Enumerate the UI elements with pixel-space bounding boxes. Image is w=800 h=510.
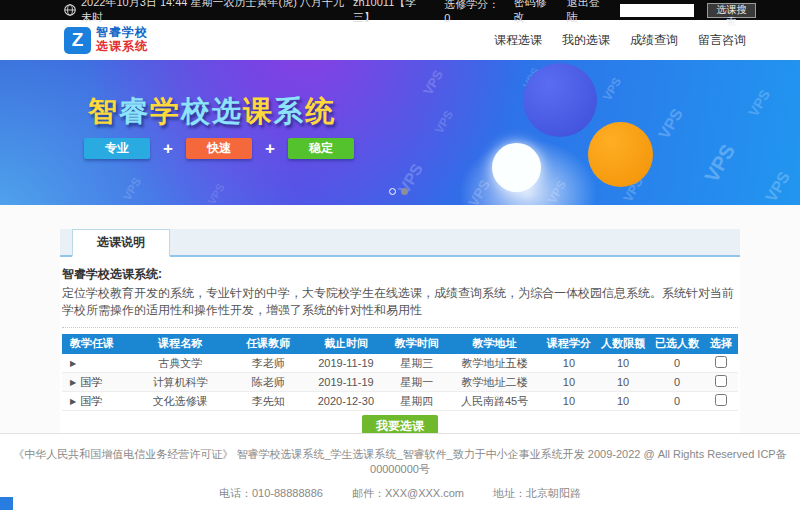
row-checkbox[interactable] (715, 375, 727, 387)
main-section: 选课说明 智睿学校选课系统: 定位学校教育开发的系统，专业针对的中学，大专院校学… (0, 205, 800, 433)
table-row: ▶国学 计算机科学 陈老师 2019-11-19 星期一 教学地址二楼 10 1… (62, 373, 738, 392)
col-header-credit: 课程学分 (542, 334, 596, 354)
hero-banner: VPSVPSVPSVPSVPSVPSVPSVPSVPSVPSVPSVPSVPSV… (0, 60, 800, 205)
footer: 《中华人民共和国增值电信业务经营许可证》 智睿学校选课系统_学生选课系统_智睿软… (0, 433, 800, 510)
logo-line1: 智睿学校 (96, 26, 148, 40)
footer-contact: 电话：010-88888886 邮件：XXX@XXX.com 地址：北京朝阳路 (0, 486, 800, 501)
logo-z-icon: Z (64, 27, 91, 54)
main-nav: 课程选课 我的选课 成绩查询 留言咨询 (494, 32, 746, 49)
logo[interactable]: Z 智睿学校 选课系统 (64, 26, 148, 54)
cell-teacher: 李老师 (231, 354, 305, 373)
expand-icon[interactable]: ▶ (70, 378, 76, 387)
cell-deadline: 2019-11-19 (305, 373, 386, 392)
banner-feature-badges: 专业 + 快速 + 稳定 (84, 138, 354, 159)
cell-selected: 0 (650, 354, 704, 373)
col-header-limit: 人数限额 (596, 334, 650, 354)
enroll-button[interactable]: 我要选课 (362, 415, 438, 433)
nav-item-grades[interactable]: 成绩查询 (630, 32, 678, 49)
nav-item-my-courses[interactable]: 我的选课 (562, 32, 610, 49)
logout-link[interactable]: 退出登陆 (567, 0, 607, 25)
cell-limit: 10 (596, 354, 650, 373)
col-header-address: 教学地址 (447, 334, 542, 354)
col-header-select: 选择 (704, 334, 738, 354)
row-checkbox[interactable] (715, 394, 727, 406)
banner-title: 智睿学校选课系统 (88, 92, 336, 132)
table-row: ▶国学 文化选修课 李先知 2020-12-30 星期四 人民南路45号 10 … (62, 392, 738, 411)
cell-credit: 10 (542, 354, 596, 373)
dotted-divider (62, 327, 738, 328)
change-password-link[interactable]: 密码修改 (513, 0, 553, 25)
cell-selected: 0 (650, 373, 704, 392)
globe-icon (64, 4, 76, 16)
course-table: 教学任课 课程名称 任课教师 截止时间 教学时间 教学地址 课程学分 人数限额 … (62, 334, 738, 412)
header: Z 智睿学校 选课系统 课程选课 我的选课 成绩查询 留言咨询 (0, 20, 800, 60)
carousel-dots (389, 188, 408, 195)
plus-icon: + (163, 139, 173, 159)
topbar: 2022年10月3日 14:44 星期一农历壬寅年(虎) 八月十九 未时 zh1… (0, 0, 800, 20)
expand-icon[interactable]: ▶ (70, 397, 76, 406)
intro-heading: 智睿学校选课系统: (62, 266, 738, 283)
cell-credit: 10 (542, 373, 596, 392)
badge-stable: 稳定 (288, 138, 354, 159)
floating-widget[interactable] (0, 497, 13, 510)
carousel-dot-2[interactable] (401, 188, 408, 195)
table-row: ▶ 古典文学 李老师 2019-11-19 星期三 教学地址五楼 10 10 0 (62, 354, 738, 373)
row-checkbox[interactable] (715, 356, 727, 368)
cell-time: 星期四 (386, 392, 447, 411)
cell-address: 教学地址二楼 (447, 373, 542, 392)
col-header-selected: 已选人数 (650, 334, 704, 354)
col-header-time: 教学时间 (386, 334, 447, 354)
cell-course: 古典文学 (130, 354, 231, 373)
col-header-teacher: 任课教师 (231, 334, 305, 354)
col-header-deadline: 截止时间 (305, 334, 386, 354)
tab-course-instructions[interactable]: 选课说明 (72, 229, 170, 257)
intro-body: 定位学校教育开发的系统，专业针对的中学，大专院校学生在线选课，成绩查询系统，为综… (62, 285, 738, 320)
cell-course: 文化选修课 (130, 392, 231, 411)
content-card: 智睿学校选课系统: 定位学校教育开发的系统，专业针对的中学，大专院校学生在线选课… (60, 257, 740, 433)
credits: 选修学分：0 (444, 0, 500, 24)
tab-strip: 选课说明 (60, 229, 740, 257)
footer-copyright: 《中华人民共和国增值电信业务经营许可证》 智睿学校选课系统_学生选课系统_智睿软… (0, 447, 800, 477)
select-button-wrap: 我要选课 (62, 415, 738, 433)
username: zh10011【李三】 (353, 0, 431, 25)
cell-time: 星期一 (386, 373, 447, 392)
cell-time: 星期三 (386, 354, 447, 373)
decor-circle-orange (588, 122, 653, 187)
cell-limit: 10 (596, 373, 650, 392)
search-input[interactable] (620, 4, 694, 17)
plus-icon: + (265, 139, 275, 159)
cell-category: 国学 (80, 395, 102, 407)
search-button[interactable]: 选课搜索 (707, 3, 756, 18)
nav-item-messages[interactable]: 留言咨询 (698, 32, 746, 49)
topbar-user-group: zh10011【李三】 选修学分：0 密码修改 退出登陆 选课搜索 (353, 0, 756, 25)
cell-category: 国学 (80, 376, 102, 388)
cell-address: 人民南路45号 (447, 392, 542, 411)
footer-email: 邮件：XXX@XXX.com (352, 487, 464, 499)
nav-item-course-select[interactable]: 课程选课 (494, 32, 542, 49)
col-header-category: 教学任课 (62, 334, 130, 354)
cell-address: 教学地址五楼 (447, 354, 542, 373)
carousel-dot-1[interactable] (389, 188, 396, 195)
decor-circle-blue (523, 63, 597, 137)
cell-deadline: 2020-12-30 (305, 392, 386, 411)
cell-teacher: 李先知 (231, 392, 305, 411)
footer-address: 地址：北京朝阳路 (493, 487, 581, 499)
cell-limit: 10 (596, 392, 650, 411)
datetime-text: 2022年10月3日 14:44 星期一农历壬寅年(虎) 八月十九 未时 (81, 0, 353, 25)
col-header-course: 课程名称 (130, 334, 231, 354)
cell-selected: 0 (650, 392, 704, 411)
cell-course: 计算机科学 (130, 373, 231, 392)
cell-deadline: 2019-11-19 (305, 354, 386, 373)
decor-circle-white (492, 143, 541, 192)
expand-icon[interactable]: ▶ (70, 359, 76, 368)
badge-fast: 快速 (186, 138, 252, 159)
logo-line2: 选课系统 (96, 40, 148, 54)
vps-watermarks: VPSVPSVPSVPSVPSVPSVPSVPSVPSVPSVPSVPSVPSV… (0, 60, 800, 205)
footer-phone: 电话：010-88888886 (219, 487, 323, 499)
cell-teacher: 陈老师 (231, 373, 305, 392)
badge-professional: 专业 (84, 138, 150, 159)
topbar-datetime-group: 2022年10月3日 14:44 星期一农历壬寅年(虎) 八月十九 未时 (64, 0, 353, 25)
cell-credit: 10 (542, 392, 596, 411)
logo-text: 智睿学校 选课系统 (96, 26, 148, 54)
table-header-row: 教学任课 课程名称 任课教师 截止时间 教学时间 教学地址 课程学分 人数限额 … (62, 334, 738, 354)
